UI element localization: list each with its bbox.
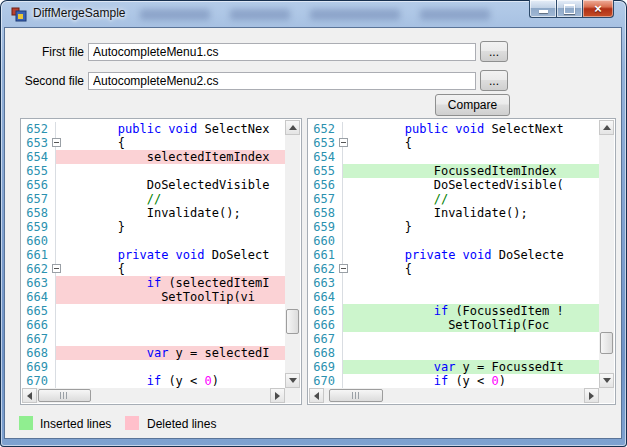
code-text: SetToolTip(vi (56, 290, 285, 304)
vertical-scrollbar[interactable] (285, 120, 300, 388)
code-text: { (56, 136, 285, 150)
code-text (343, 276, 599, 290)
code-text (56, 304, 285, 318)
scroll-down-button[interactable] (285, 373, 300, 388)
inserted-lines-label: Inserted lines (40, 417, 111, 431)
line-number: 664 (22, 290, 56, 304)
line-number: 663 (309, 276, 343, 290)
inserted-lines-swatch (19, 416, 33, 430)
minimize-button[interactable] (529, 0, 556, 18)
scroll-right-button[interactable] (584, 388, 599, 403)
titlebar-glass (230, 9, 290, 20)
code-line: 663 if (selectedItemI (22, 276, 285, 290)
deleted-lines-swatch (125, 416, 139, 430)
code-line: 659 } (309, 220, 599, 234)
line-number: 657 (309, 192, 343, 206)
code-line: 658 Invalidate(); (309, 206, 599, 220)
code-line: 668 var y = selectedI (22, 346, 285, 360)
code-line: 670 if (y < 0) (22, 374, 285, 388)
code-line: 656 DoSelectedVisible (22, 178, 285, 192)
code-line: 664 (309, 290, 599, 304)
maximize-button[interactable] (556, 0, 583, 18)
code-line: 666 (22, 318, 285, 332)
scroll-down-button[interactable] (599, 373, 614, 388)
code-line: 666 SetToolTip(Foc (309, 318, 599, 332)
window-controls: × (529, 0, 614, 19)
up-arrow-icon (603, 125, 611, 130)
second-file-input[interactable] (88, 72, 476, 90)
line-number: 656 (309, 178, 343, 192)
line-number: 660 (22, 234, 56, 248)
window: DiffMergeSample × First file ... Second … (0, 0, 627, 447)
diff-pane-left[interactable]: 652 public void SelectNex653 {654 select… (20, 118, 302, 405)
code-text (56, 318, 285, 332)
line-number: 661 (309, 248, 343, 262)
up-arrow-icon (289, 125, 297, 130)
code-line: 669 var y = FocussedIt (309, 360, 599, 374)
app-icon[interactable] (11, 6, 27, 22)
left-arrow-icon (314, 392, 319, 400)
code-line: 661 private void DoSelect (22, 248, 285, 262)
horizontal-scroll-thumb[interactable] (38, 389, 91, 402)
code-text (343, 150, 599, 164)
horizontal-scrollbar[interactable] (22, 388, 285, 403)
code-line: 654 (309, 150, 599, 164)
fold-marker-icon[interactable] (339, 138, 348, 147)
code-text: if (y < 0) (56, 374, 285, 388)
code-line: 667 (309, 332, 599, 346)
code-text: if (y < 0) (343, 374, 599, 388)
code-line: 670 if (y < 0) (309, 374, 599, 388)
vertical-scroll-thumb[interactable] (286, 309, 299, 334)
line-number: 658 (309, 206, 343, 220)
line-number: 665 (22, 304, 56, 318)
line-number: 663 (22, 276, 56, 290)
code-line: 665 (22, 304, 285, 318)
close-button[interactable]: × (583, 0, 614, 18)
line-number: 664 (309, 290, 343, 304)
line-number: 668 (309, 346, 343, 360)
horizontal-scroll-thumb[interactable] (329, 389, 383, 402)
compare-button[interactable]: Compare (435, 94, 510, 116)
code-area[interactable]: 652 public void SelectNext653 {654655 Fo… (309, 120, 599, 388)
scrollbar-corner (599, 388, 614, 403)
titlebar-glass (420, 9, 490, 20)
code-text (56, 234, 285, 248)
code-line: 652 public void SelectNex (22, 122, 285, 136)
right-arrow-icon (589, 392, 594, 400)
line-number: 670 (309, 374, 343, 388)
code-area[interactable]: 652 public void SelectNex653 {654 select… (22, 120, 285, 388)
code-line: 656 DoSelectedVisible( (309, 178, 599, 192)
line-number: 659 (22, 220, 56, 234)
code-text (343, 234, 599, 248)
vertical-scrollbar[interactable] (599, 120, 614, 388)
code-line: 660 (309, 234, 599, 248)
fold-marker-icon[interactable] (52, 264, 61, 273)
scroll-up-button[interactable] (599, 120, 614, 135)
browse-second-button[interactable]: ... (480, 70, 508, 91)
line-number: 659 (309, 220, 343, 234)
code-text (56, 164, 285, 178)
fold-marker-icon[interactable] (52, 138, 61, 147)
code-text: } (56, 220, 285, 234)
scroll-right-button[interactable] (270, 388, 285, 403)
scroll-up-button[interactable] (285, 120, 300, 135)
window-title: DiffMergeSample (33, 6, 125, 20)
line-number: 660 (309, 234, 343, 248)
grip-icon (60, 392, 69, 399)
scroll-left-button[interactable] (22, 388, 37, 403)
line-number: 668 (22, 346, 56, 360)
code-text: selectedItemIndex (56, 150, 285, 164)
code-text: if (selectedItemI (56, 276, 285, 290)
first-file-input[interactable] (88, 43, 476, 61)
vertical-scroll-thumb[interactable] (600, 332, 613, 354)
fold-marker-icon[interactable] (339, 264, 348, 273)
line-number: 666 (309, 318, 343, 332)
code-text (343, 346, 599, 360)
diff-pane-right[interactable]: 652 public void SelectNext653 {654655 Fo… (307, 118, 616, 405)
scroll-left-button[interactable] (309, 388, 324, 403)
horizontal-scrollbar[interactable] (309, 388, 599, 403)
client-area: First file ... Second file ... Compare 6… (4, 27, 622, 439)
browse-first-button[interactable]: ... (480, 41, 508, 62)
code-text: DoSelectedVisible (56, 178, 285, 192)
code-line: 655 FocussedItemIndex (309, 164, 599, 178)
